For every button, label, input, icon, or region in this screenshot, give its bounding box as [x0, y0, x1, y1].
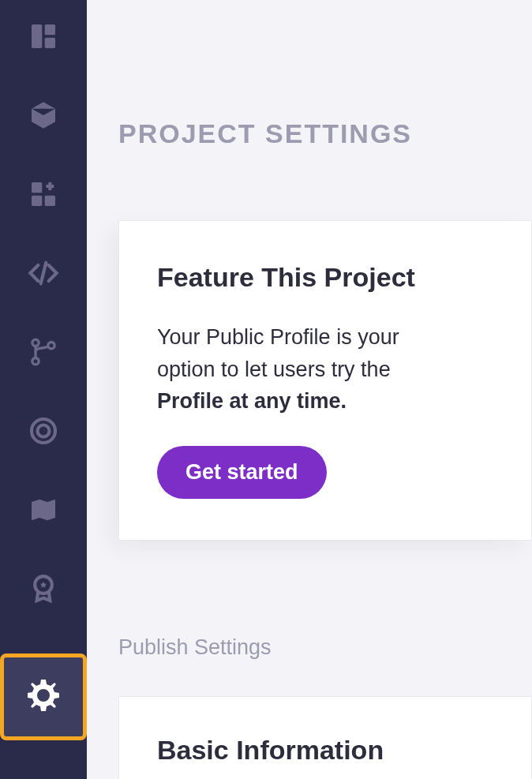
svg-point-6	[32, 339, 39, 346]
feature-project-card: Feature This Project Your Public Profile…	[118, 220, 532, 541]
sidebar-item-package[interactable]	[24, 98, 62, 136]
map-icon	[28, 494, 59, 529]
svg-point-9	[32, 419, 55, 443]
feature-card-title: Feature This Project	[157, 262, 493, 293]
svg-point-10	[38, 425, 50, 437]
svg-rect-4	[32, 196, 42, 206]
sidebar-item-map[interactable]	[24, 492, 62, 530]
basic-information-card: Basic Information	[118, 696, 532, 780]
svg-rect-3	[32, 182, 42, 193]
svg-rect-0	[32, 24, 42, 48]
badge-icon	[28, 573, 59, 608]
sidebar-item-dashboard[interactable]	[24, 19, 62, 57]
sidebar-item-add-block[interactable]	[24, 177, 62, 215]
basic-info-title: Basic Information	[157, 735, 493, 766]
settings-icon	[24, 676, 62, 717]
svg-point-7	[32, 358, 39, 365]
svg-point-8	[48, 343, 54, 349]
feature-text-line2: option to let users try the	[157, 358, 391, 381]
target-icon	[28, 415, 59, 450]
publish-settings-label: Publish Settings	[118, 635, 532, 660]
sidebar-item-target[interactable]	[24, 414, 62, 451]
sidebar-item-badge[interactable]	[24, 571, 62, 609]
main-content: PROJECT SETTINGS Feature This Project Yo…	[87, 0, 532, 779]
sidebar-item-settings[interactable]	[0, 654, 87, 740]
svg-rect-1	[45, 24, 55, 35]
get-started-button[interactable]: Get started	[157, 446, 327, 499]
add-block-icon	[28, 178, 59, 213]
svg-rect-5	[45, 196, 55, 206]
dashboard-icon	[28, 21, 59, 55]
page-title: PROJECT SETTINGS	[118, 118, 532, 149]
feature-text-line1: Your Public Profile is your	[157, 325, 399, 349]
sidebar-item-branch[interactable]	[24, 335, 62, 373]
code-icon	[28, 257, 59, 292]
package-icon	[28, 99, 59, 134]
feature-card-text: Your Public Profile is your option to le…	[157, 321, 493, 418]
feature-text-bold: Profile at any time.	[157, 389, 347, 413]
svg-rect-2	[45, 38, 55, 48]
sidebar	[0, 0, 87, 779]
branch-icon	[28, 336, 59, 371]
sidebar-item-code[interactable]	[24, 256, 62, 294]
